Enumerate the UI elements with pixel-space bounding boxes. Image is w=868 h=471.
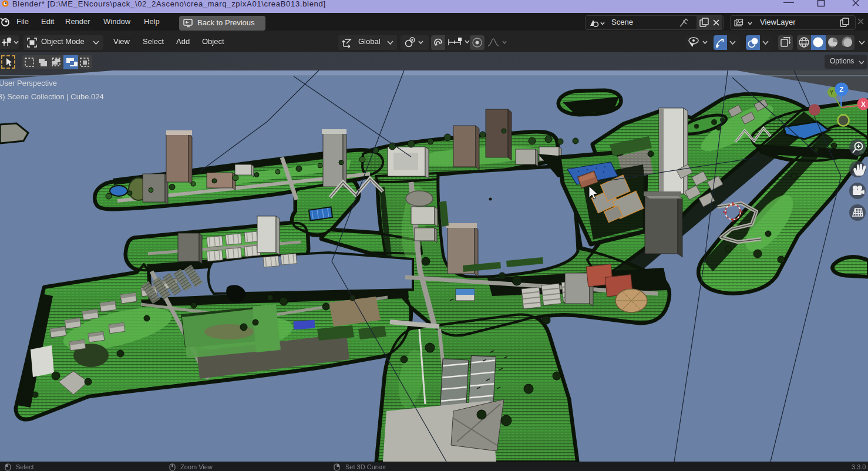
svg-text:Z: Z: [839, 86, 843, 94]
svg-text:3) Scene Collection | Cube.024: 3) Scene Collection | Cube.024: [0, 92, 104, 101]
svg-text:X: X: [861, 100, 866, 109]
svg-text:User Perspective: User Perspective: [0, 79, 57, 88]
svg-text:Y: Y: [830, 89, 834, 96]
